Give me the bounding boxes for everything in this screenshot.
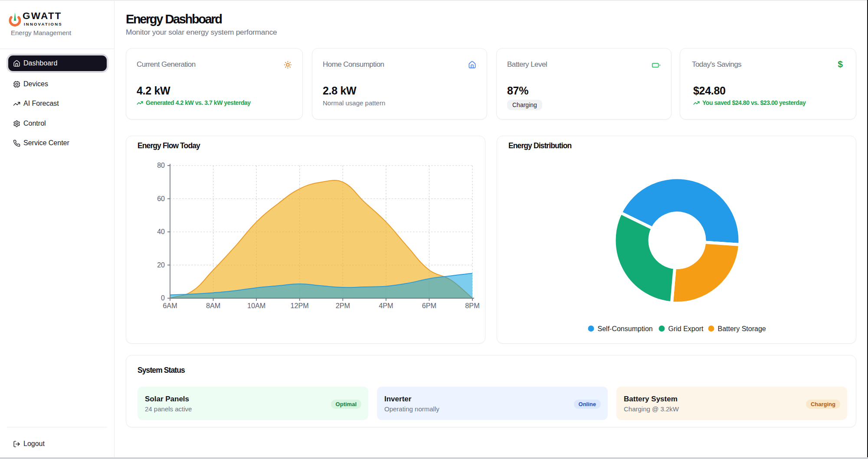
svg-text:6AM: 6AM	[163, 302, 177, 309]
svg-text:Grid Export: Grid Export	[668, 325, 704, 332]
svg-text:6PM: 6PM	[422, 302, 436, 309]
svg-text:40: 40	[157, 228, 165, 235]
svg-text:0: 0	[161, 294, 165, 302]
svg-text:Self-Consumption: Self-Consumption	[598, 325, 653, 332]
svg-text:20: 20	[157, 261, 165, 269]
svg-text:2PM: 2PM	[336, 302, 350, 309]
svg-text:80: 80	[157, 162, 165, 169]
svg-text:60: 60	[157, 195, 165, 202]
svg-text:4PM: 4PM	[379, 302, 393, 309]
svg-text:8AM: 8AM	[206, 302, 220, 309]
svg-text:12PM: 12PM	[291, 302, 309, 309]
svg-text:Battery Storage: Battery Storage	[718, 325, 766, 332]
svg-text:10AM: 10AM	[247, 302, 265, 309]
svg-text:8PM: 8PM	[465, 302, 479, 309]
